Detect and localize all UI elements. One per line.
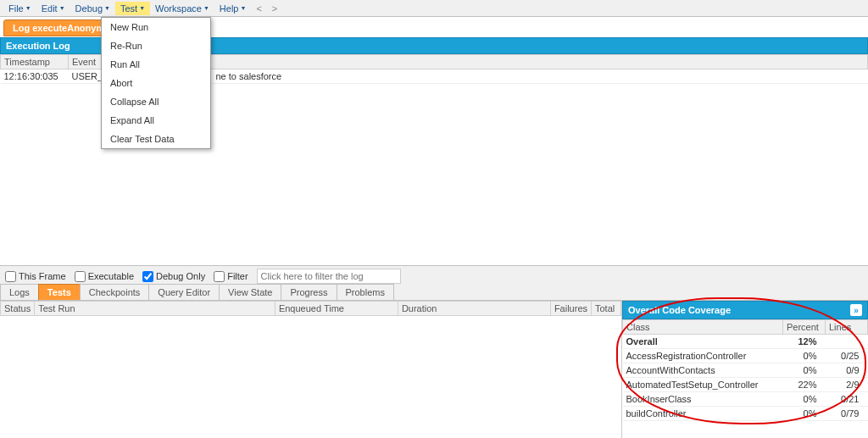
- cell-percent: 0%: [783, 363, 826, 378]
- test-results-table: Status Test Run Enqueued Time Duration F…: [0, 301, 621, 316]
- tab-checkpoints[interactable]: Checkpoints: [80, 284, 150, 300]
- caret-icon: ▼: [240, 5, 246, 11]
- coverage-header: Overall Code Coverage »: [622, 301, 868, 319]
- col-timestamp[interactable]: Timestamp: [1, 55, 69, 69]
- this-frame-checkbox[interactable]: This Frame: [5, 271, 66, 282]
- col-enqueued[interactable]: Enqueued Time: [275, 302, 398, 316]
- menu-collapse-all[interactable]: Collapse All: [102, 92, 210, 111]
- caret-icon: ▼: [104, 5, 110, 11]
- test-results-panel: Status Test Run Enqueued Time Duration F…: [0, 301, 622, 438]
- menubar: File▼ Edit▼ Debug▼ Test▼ Workspace▼ Help…: [0, 0, 868, 17]
- col-details[interactable]: Details: [120, 55, 868, 69]
- tab-view-state[interactable]: View State: [219, 284, 281, 300]
- cell-lines: 0/9: [826, 363, 868, 378]
- tab-tests[interactable]: Tests: [38, 284, 81, 300]
- nav-forward[interactable]: >: [267, 2, 282, 15]
- expand-icon[interactable]: »: [850, 304, 862, 316]
- menu-help[interactable]: Help▼: [214, 2, 252, 15]
- col-test-run[interactable]: Test Run: [35, 302, 275, 316]
- cell-percent: 12%: [783, 335, 826, 349]
- menu-run-all[interactable]: Run All: [102, 55, 210, 74]
- menu-rerun[interactable]: Re-Run: [102, 36, 210, 55]
- col-lines[interactable]: Lines: [826, 320, 868, 335]
- executable-checkbox[interactable]: Executable: [75, 271, 134, 282]
- cell-class: AccountWithContacts: [623, 363, 783, 378]
- menu-debug[interactable]: Debug▼: [70, 2, 115, 15]
- tab-logs[interactable]: Logs: [0, 284, 39, 300]
- cell-percent: 0%: [783, 392, 826, 407]
- menu-clear-test-data[interactable]: Clear Test Data: [102, 130, 210, 148]
- bottom-tabs: Logs Tests Checkpoints Query Editor View…: [0, 284, 868, 301]
- cell-class: Overall: [623, 335, 783, 349]
- coverage-row[interactable]: AutomatedTestSetup_Controller22%2/9: [623, 378, 868, 392]
- tab-problems[interactable]: Problems: [337, 284, 394, 300]
- caret-icon: ▼: [59, 5, 65, 11]
- menu-edit[interactable]: Edit▼: [36, 2, 70, 15]
- cell-percent: 0%: [783, 349, 826, 363]
- coverage-row[interactable]: AccessRegistrationController0%0/25: [623, 349, 868, 363]
- col-total[interactable]: Total: [592, 302, 621, 316]
- menu-file[interactable]: File▼: [3, 2, 36, 15]
- coverage-panel: Overall Code Coverage » Class Percent Li…: [622, 301, 868, 438]
- cell-lines: [826, 335, 868, 349]
- cell-class: AccessRegistrationController: [623, 349, 783, 363]
- col-status[interactable]: Status: [1, 302, 35, 316]
- cell-lines: 0/21: [826, 392, 868, 407]
- menu-workspace[interactable]: Workspace▼: [150, 2, 214, 15]
- menu-expand-all[interactable]: Expand All: [102, 111, 210, 130]
- cell-lines: 0/79: [826, 407, 868, 421]
- cell-details: ne to salesforce: [120, 69, 868, 84]
- coverage-row[interactable]: AccountWithContacts0%0/9: [623, 363, 868, 378]
- caret-icon: ▼: [203, 5, 209, 11]
- filter-input[interactable]: [257, 269, 401, 284]
- col-percent[interactable]: Percent: [783, 320, 826, 335]
- coverage-table: Class Percent Lines Overall 12% AccessRe…: [622, 319, 868, 421]
- test-dropdown: New Run Re-Run Run All Abort Collapse Al…: [101, 17, 211, 149]
- menu-test[interactable]: Test▼: [115, 2, 150, 15]
- cell-timestamp: 12:16:30:035: [1, 69, 69, 84]
- col-failures[interactable]: Failures: [550, 302, 591, 316]
- menu-new-run[interactable]: New Run: [102, 18, 210, 36]
- coverage-row[interactable]: buildController0%0/79: [623, 407, 868, 421]
- cell-class: BookInserClass: [623, 392, 783, 407]
- menu-abort[interactable]: Abort: [102, 74, 210, 92]
- tab-progress[interactable]: Progress: [281, 284, 337, 300]
- cell-percent: 0%: [783, 407, 826, 421]
- cell-lines: 0/25: [826, 349, 868, 363]
- coverage-row-overall[interactable]: Overall 12%: [623, 335, 868, 349]
- cell-class: buildController: [623, 407, 783, 421]
- col-class[interactable]: Class: [623, 320, 783, 335]
- coverage-row[interactable]: BookInserClass0%0/21: [623, 392, 868, 407]
- cell-percent: 22%: [783, 378, 826, 392]
- cell-class: AutomatedTestSetup_Controller: [623, 378, 783, 392]
- debug-only-checkbox[interactable]: Debug Only: [142, 271, 205, 282]
- tab-query-editor[interactable]: Query Editor: [148, 284, 220, 300]
- nav-back[interactable]: <: [251, 2, 266, 15]
- caret-icon: ▼: [25, 5, 31, 11]
- caret-icon: ▼: [139, 5, 145, 11]
- col-duration[interactable]: Duration: [398, 302, 550, 316]
- cell-lines: 2/9: [826, 378, 868, 392]
- filter-checkbox[interactable]: Filter: [214, 271, 248, 282]
